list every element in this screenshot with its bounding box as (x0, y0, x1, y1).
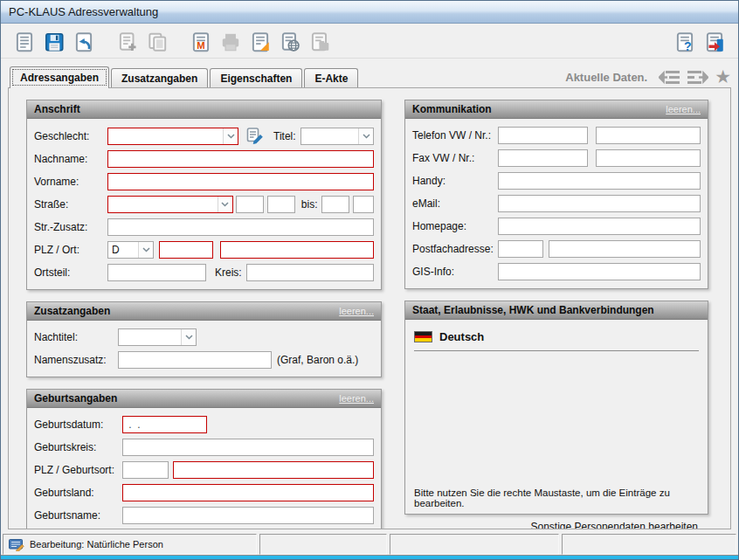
ort-input[interactable] (220, 241, 374, 259)
telefon-nummer-input[interactable] (596, 127, 701, 144)
land-combobox[interactable]: D (107, 241, 154, 259)
geburtsland-input[interactable] (122, 484, 374, 501)
hausnummer-bis-zusatz-input[interactable] (353, 196, 374, 213)
next-record-button[interactable] (687, 70, 708, 85)
tab-e-akte[interactable]: E-Akte (304, 68, 358, 87)
hausnummer-zusatz-input[interactable] (267, 196, 295, 213)
handy-input[interactable] (498, 172, 701, 190)
postfach-ort-input[interactable] (549, 240, 701, 258)
tab-adressangaben[interactable]: Adressangaben (10, 66, 109, 88)
land-value: D (108, 244, 138, 256)
sonstige-personendaten-link[interactable]: Sonstige Personendaten bearbeiten... (531, 521, 707, 529)
strasse-combobox[interactable] (107, 196, 233, 213)
current-data-label: Aktuelle Daten. (565, 71, 647, 84)
anschrift-body: Geschlecht: (27, 119, 381, 289)
hausnummer-von-input[interactable] (236, 196, 264, 213)
new-record-icon (116, 31, 139, 53)
geburtsangaben-title: Geburtsangaben (34, 392, 117, 404)
print-button[interactable] (216, 28, 245, 56)
geschlecht-label: Geschlecht: (34, 130, 107, 142)
geburtsangaben-clear-link[interactable]: leeren... (339, 393, 374, 404)
anschrift-header: Anschrift (27, 100, 381, 119)
postfachadresse-label: Postfachadresse: (412, 243, 498, 255)
staat-body[interactable]: Deutsch Bitte nutzen Sie die rechte Maus… (405, 320, 708, 514)
plz-input[interactable] (159, 241, 213, 259)
geburtskreis-input[interactable] (122, 439, 374, 456)
geburtsland-label: Geburtsland: (34, 487, 122, 499)
tab-label: E-Akte (314, 73, 348, 85)
web-document-icon (279, 31, 301, 53)
str-zusatz-label: Str.-Zusatz: (34, 221, 107, 233)
staat-hint-text: Bitte nutzen Sie die rechte Maustaste, u… (414, 487, 699, 508)
anschrift-title: Anschrift (34, 103, 80, 115)
hausnummer-bis-input[interactable] (321, 196, 349, 213)
german-flag-icon (414, 331, 432, 342)
kreis-label: Kreis: (215, 266, 242, 279)
namenszusatz-input[interactable] (118, 351, 272, 369)
tab-eigenschaften[interactable]: Eigenschaften (210, 68, 302, 87)
transfer-document-button[interactable] (305, 28, 335, 56)
web-document-button[interactable] (275, 28, 305, 56)
nachtitel-combobox[interactable] (118, 328, 197, 346)
chevron-down-icon[interactable] (181, 329, 196, 345)
str-zusatz-input[interactable] (107, 218, 374, 236)
geburtsort-input[interactable] (173, 461, 374, 479)
telefon-vorwahl-input[interactable] (498, 127, 588, 144)
geburtsname-input[interactable] (122, 507, 374, 524)
nachname-label: Nachname: (34, 153, 107, 165)
staat-empty-area[interactable] (414, 351, 699, 487)
namenszusatz-hint: (Graf, Baron o.ä.) (277, 354, 358, 366)
fax-vorwahl-input[interactable] (498, 149, 588, 167)
copy-button[interactable] (142, 28, 172, 56)
vorname-input[interactable] (107, 173, 374, 190)
kreis-input[interactable] (246, 264, 374, 281)
mandant-button[interactable]: M (186, 28, 216, 56)
favorite-star-icon[interactable]: ★ (715, 69, 731, 85)
help-button[interactable]: ? (670, 28, 700, 56)
plz-geburtsort-input[interactable] (122, 461, 169, 479)
titel-label: Titel: (273, 130, 296, 142)
tab-label: Eigenschaften (220, 73, 292, 85)
statusbar-panel-mode: Bearbeitung: Natürliche Person (3, 534, 257, 555)
document-view-button[interactable] (10, 28, 39, 56)
chevron-down-icon[interactable] (223, 128, 238, 144)
save-button[interactable] (39, 28, 69, 56)
staat-entry-row[interactable]: Deutsch (414, 330, 699, 351)
email-input[interactable] (498, 195, 701, 212)
undo-icon (73, 31, 95, 53)
exit-button[interactable] (700, 28, 729, 56)
chevron-down-icon[interactable] (218, 197, 232, 212)
statusbar-panel-2 (259, 534, 387, 555)
chevron-down-icon[interactable] (138, 242, 153, 258)
tab-zusatzangaben[interactable]: Zusatzangaben (111, 68, 208, 87)
ortsteil-input[interactable] (107, 264, 206, 281)
help-icon: ? (673, 31, 696, 53)
kommunikation-title: Kommunikation (412, 103, 492, 115)
zusatzangaben-clear-link[interactable]: leeren... (339, 306, 374, 316)
nachname-input[interactable] (107, 150, 374, 168)
tab-label: Zusatzangaben (121, 73, 197, 85)
nachtitel-label: Nachtitel: (34, 331, 118, 343)
fax-nummer-input[interactable] (596, 149, 701, 167)
homepage-input[interactable] (498, 218, 701, 235)
edit-document-button[interactable] (245, 28, 275, 56)
gis-info-input[interactable] (498, 263, 701, 280)
geburtsdatum-input[interactable] (122, 416, 207, 433)
transfer-document-icon (308, 31, 331, 53)
sonstige-link-row: Sonstige Personendaten bearbeiten... (404, 515, 708, 529)
chevron-down-icon[interactable] (358, 128, 373, 144)
geschlecht-combobox[interactable] (107, 128, 238, 145)
new-record-button[interactable] (113, 28, 142, 56)
undo-button[interactable] (69, 28, 99, 56)
zusatzangaben-title: Zusatzangaben (34, 305, 110, 317)
postfach-nummer-input[interactable] (498, 240, 543, 258)
kommunikation-clear-link[interactable]: leeren... (666, 104, 701, 114)
edit-salutation-button[interactable] (245, 127, 264, 145)
titel-combobox[interactable] (300, 128, 374, 145)
titlebar[interactable]: PC-KLAUS Adressverwaltung (1, 1, 738, 24)
previous-record-button[interactable] (659, 70, 680, 85)
tabs: Adressangaben Zusatzangaben Eigenschafte… (10, 66, 360, 87)
geburtsangaben-groupbox: Geburtsangaben leeren... Geburtsdatum: G… (26, 389, 382, 529)
edit-mode-icon (9, 538, 24, 551)
indent-list-icon (687, 70, 708, 85)
